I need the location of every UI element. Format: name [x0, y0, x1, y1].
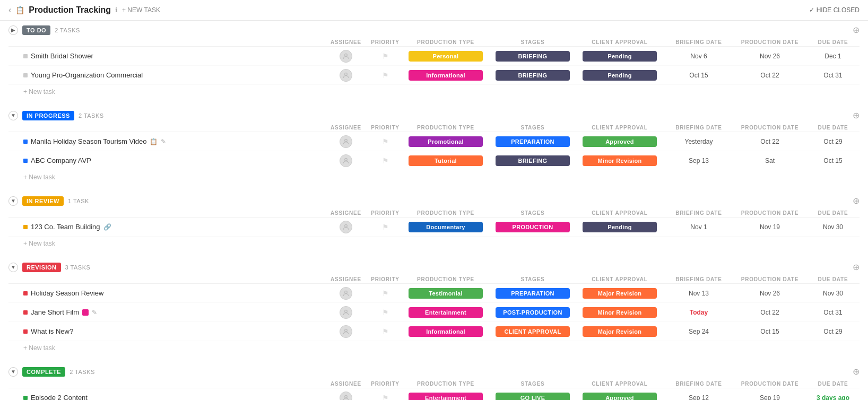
add-section-button-complete[interactable]: ⊕ — [853, 367, 860, 377]
stage-cell: BRIEFING — [490, 51, 575, 62]
add-section-button-inprogress[interactable]: ⊕ — [853, 110, 860, 120]
production-date: Sep 19 — [760, 394, 780, 401]
new-task-button-todo[interactable]: + New task — [8, 86, 55, 98]
approval-cell: Major Revision — [577, 288, 662, 299]
collapse-button-todo[interactable]: ▶ — [8, 25, 18, 35]
approval-cell: Approved — [577, 393, 662, 401]
columns-header-revision: ASSIGNEEPRIORITYPRODUCTION TYPESTAGESCLI… — [8, 274, 860, 284]
approval-tag: Pending — [583, 222, 657, 232]
table-row[interactable]: Jane Short Film ✎ ⚑ Entertainment POST-P… — [8, 303, 860, 322]
priority-flag[interactable]: ⚑ — [382, 289, 389, 298]
due-date: Oct 15 — [823, 157, 842, 164]
priority-flag[interactable]: ⚑ — [382, 52, 389, 60]
task-name[interactable]: What is New? — [31, 327, 73, 335]
add-section-button-inreview[interactable]: ⊕ — [853, 196, 860, 206]
approval-cell: Pending — [577, 70, 662, 81]
col-header-5: BRIEFING DATE — [664, 125, 733, 131]
new-task-button-inreview[interactable]: + New task — [8, 238, 55, 249]
priority-cell[interactable]: ⚑ — [369, 71, 401, 80]
add-section-button-todo[interactable]: ⊕ — [853, 25, 860, 35]
priority-flag[interactable]: ⚑ — [382, 308, 389, 317]
col-header-1: PRIORITY — [369, 210, 401, 216]
new-task-button-inprogress[interactable]: + New task — [8, 171, 55, 183]
priority-flag[interactable]: ⚑ — [382, 137, 389, 146]
task-name[interactable]: Holiday Season Review — [31, 289, 103, 297]
production-type-cell: Documentary — [403, 222, 488, 232]
task-name[interactable]: 123 Co. Team Building — [31, 223, 100, 231]
production-date-cell: Nov 26 — [735, 53, 804, 60]
approval-tag: Major Revision — [583, 326, 657, 337]
col-task — [23, 125, 323, 131]
edit-icon[interactable]: ✎ — [161, 138, 166, 145]
hide-closed-button[interactable]: ✓ HIDE CLOSED — [809, 6, 860, 14]
stage-cell: BRIEFING — [490, 155, 575, 166]
production-type-tag: Tutorial — [409, 155, 483, 166]
columns-header-todo: ASSIGNEEPRIORITYPRODUCTION TYPESTAGESCLI… — [8, 37, 860, 47]
info-icon[interactable]: ℹ — [115, 6, 118, 14]
briefing-date-cell: Sep 24 — [664, 328, 733, 335]
priority-cell[interactable]: ⚑ — [369, 137, 401, 146]
task-name[interactable]: Jane Short Film — [31, 308, 79, 316]
due-date: Oct 31 — [823, 309, 842, 316]
task-name[interactable]: Smith Bridal Shower — [31, 52, 93, 60]
col-header-7: DUE DATE — [806, 39, 860, 45]
task-dot — [23, 73, 28, 77]
priority-cell[interactable]: ⚑ — [369, 52, 401, 60]
table-row[interactable]: Holiday Season Review ⚑ Testimonial PREP… — [8, 284, 860, 303]
task-name[interactable]: ABC Company AVP — [31, 156, 91, 164]
priority-cell[interactable]: ⚑ — [369, 327, 401, 336]
briefing-date-cell: Sep 13 — [664, 157, 733, 164]
priority-flag[interactable]: ⚑ — [382, 156, 389, 165]
priority-cell[interactable]: ⚑ — [369, 289, 401, 298]
briefing-date-cell: Nov 1 — [664, 223, 733, 231]
collapse-button-revision[interactable]: ▼ — [8, 263, 18, 272]
table-row[interactable]: Episode 2 Content ⚑ Entertainment GO LIV… — [8, 388, 860, 400]
approval-cell: Pending — [577, 51, 662, 62]
task-name[interactable]: Episode 2 Content — [31, 394, 88, 400]
task-name[interactable]: Manila Holiday Season Tourism Video — [31, 137, 146, 145]
stage-tag: BRIEFING — [496, 51, 570, 62]
table-row[interactable]: Manila Holiday Season Tourism Video 📋✎ ⚑… — [8, 132, 860, 151]
priority-cell[interactable]: ⚑ — [369, 308, 401, 317]
col-header-7: DUE DATE — [806, 210, 860, 216]
add-section-button-revision[interactable]: ⊕ — [853, 262, 860, 272]
production-type-cell: Entertainment — [403, 307, 488, 318]
svg-point-0 — [345, 54, 348, 56]
production-date: Nov 26 — [760, 53, 780, 60]
collapse-button-inprogress[interactable]: ▼ — [8, 111, 18, 120]
section-count-complete: 2 TASKS — [70, 369, 95, 375]
back-button[interactable]: ‹ — [8, 5, 11, 15]
section-badge-revision: REVISION — [22, 263, 61, 272]
table-row[interactable]: Young Pro-Organization Commercial ⚑ Info… — [8, 66, 860, 85]
section-header-todo: ▶ TO DO 2 TASKS ⊕ — [8, 21, 860, 37]
col-header-0: ASSIGNEE — [325, 381, 367, 387]
table-row[interactable]: 123 Co. Team Building 🔗 ⚑ Documentary PR… — [8, 218, 860, 237]
new-task-button-revision[interactable]: + New task — [8, 342, 55, 354]
priority-flag[interactable]: ⚑ — [382, 223, 389, 231]
approval-cell: Pending — [577, 222, 662, 232]
new-task-header-button[interactable]: + NEW TASK — [122, 6, 160, 14]
priority-flag[interactable]: ⚑ — [382, 327, 389, 336]
collapse-button-inreview[interactable]: ▼ — [8, 196, 18, 206]
production-type-tag: Entertainment — [409, 393, 483, 401]
due-date-cell: Oct 15 — [806, 157, 860, 164]
collapse-button-complete[interactable]: ▼ — [8, 367, 18, 377]
priority-cell[interactable]: ⚑ — [369, 223, 401, 231]
task-name[interactable]: Young Pro-Organization Commercial — [31, 71, 143, 79]
table-row[interactable]: ABC Company AVP ⚑ Tutorial BRIEFING Mino… — [8, 151, 860, 170]
columns-header-complete: ASSIGNEEPRIORITYPRODUCTION TYPESTAGESCLI… — [8, 379, 860, 388]
col-header-7: DUE DATE — [806, 381, 860, 387]
priority-cell[interactable]: ⚑ — [369, 156, 401, 165]
priority-flag[interactable]: ⚑ — [382, 394, 389, 401]
stage-cell: GO LIVE — [490, 393, 575, 401]
col-header-6: PRODUCTION DATE — [735, 125, 804, 131]
assignee-cell — [325, 135, 367, 148]
task-name-cell: Manila Holiday Season Tourism Video 📋✎ — [23, 137, 323, 145]
table-row[interactable]: Smith Bridal Shower ⚑ Personal BRIEFING … — [8, 47, 860, 66]
svg-point-3 — [345, 158, 348, 161]
avatar — [340, 306, 352, 319]
table-row[interactable]: What is New? ⚑ Informational CLIENT APPR… — [8, 322, 860, 341]
priority-flag[interactable]: ⚑ — [382, 71, 389, 80]
edit-icon[interactable]: ✎ — [92, 309, 97, 316]
priority-cell[interactable]: ⚑ — [369, 394, 401, 401]
